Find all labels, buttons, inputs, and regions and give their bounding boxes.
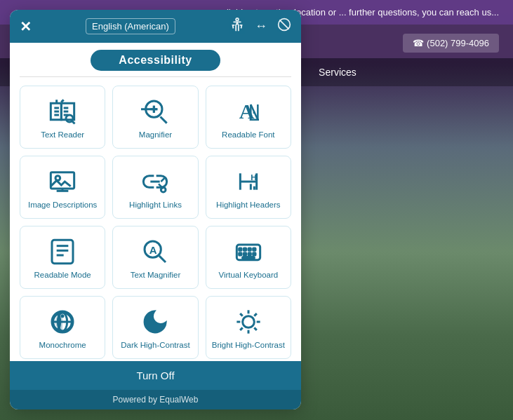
svg-point-0	[236, 18, 239, 21]
magnifier-card[interactable]: Magnifier	[112, 86, 198, 149]
dark-high-contrast-icon	[141, 308, 169, 336]
svg-rect-43	[253, 252, 255, 255]
monochrome-card[interactable]: Monochrome	[20, 296, 105, 359]
phone-button: ☎ (502) 799-4096	[403, 34, 499, 53]
turn-off-button[interactable]: Turn Off	[10, 361, 301, 390]
image-descriptions-card[interactable]: Image Descriptions	[20, 156, 105, 219]
powered-by-label: Powered by EqualWeb	[10, 390, 301, 409]
panel-footer: Turn Off Powered by EqualWeb	[10, 361, 301, 409]
icons-grid: Text Reader Magnifier A Readab	[10, 77, 301, 361]
readable-mode-label: Readable Mode	[34, 270, 91, 280]
panel-title: Accessibility	[91, 50, 220, 71]
highlight-headers-icon: H	[234, 168, 262, 196]
bright-high-contrast-icon	[234, 308, 262, 336]
title-bar: Accessibility	[10, 43, 301, 71]
monochrome-icon	[48, 308, 76, 336]
resize-icon[interactable]: ↔	[255, 19, 267, 34]
readable-mode-icon	[48, 238, 76, 266]
svg-rect-28	[52, 240, 73, 263]
highlight-links-icon	[141, 168, 169, 196]
accessibility-icon[interactable]	[229, 17, 245, 36]
readable-mode-card[interactable]: Readable Mode	[20, 226, 105, 289]
text-reader-label: Text Reader	[41, 130, 84, 140]
svg-point-5	[66, 115, 73, 122]
svg-rect-44	[242, 257, 254, 259]
svg-rect-38	[248, 248, 251, 250]
svg-text:H: H	[251, 172, 256, 182]
dark-high-contrast-card[interactable]: Dark High-Contrast	[112, 296, 198, 359]
svg-rect-40	[239, 252, 241, 255]
readable-font-icon: A	[234, 97, 262, 126]
svg-line-58	[254, 313, 257, 316]
virtual-keyboard-label: Virtual Keyboard	[218, 270, 278, 280]
highlight-links-label: Highlight Links	[129, 200, 182, 210]
highlight-headers-card[interactable]: H Highlight Headers	[206, 156, 291, 219]
svg-rect-37	[244, 248, 246, 250]
text-magnifier-label: Text Magnifier	[131, 270, 181, 280]
highlight-links-card[interactable]: Highlight Links	[112, 156, 198, 219]
virtual-keyboard-card[interactable]: Virtual Keyboard	[206, 226, 291, 289]
magnifier-label: Magnifier	[139, 130, 172, 140]
svg-line-56	[240, 313, 243, 316]
svg-point-51	[242, 316, 254, 327]
svg-text:A: A	[149, 244, 157, 256]
dark-high-contrast-label: Dark High-Contrast	[121, 340, 189, 351]
magnifier-icon	[141, 97, 169, 126]
text-reader-icon	[48, 97, 76, 126]
image-descriptions-label: Image Descriptions	[28, 200, 97, 210]
monochrome-label: Monochrome	[39, 340, 86, 351]
readable-font-label: Readable Font	[222, 130, 274, 140]
svg-line-59	[240, 327, 243, 330]
highlight-headers-label: Highlight Headers	[216, 200, 280, 210]
svg-rect-42	[248, 252, 251, 255]
panel-header: ✕ English (American) ↔	[10, 10, 301, 43]
bright-high-contrast-label: Bright High-Contrast	[212, 340, 285, 351]
text-magnifier-icon: A	[141, 238, 169, 266]
hide-icon[interactable]	[277, 18, 291, 35]
svg-line-33	[159, 255, 166, 262]
accessibility-panel: ✕ English (American) ↔ Accessibility	[10, 10, 301, 409]
readable-font-card[interactable]: A Readable Font	[206, 86, 291, 149]
virtual-keyboard-icon	[234, 238, 262, 266]
nav-services: Services	[319, 67, 357, 78]
text-magnifier-card[interactable]: A Text Magnifier	[112, 226, 198, 289]
close-button[interactable]: ✕	[20, 20, 32, 34]
svg-line-7	[161, 116, 167, 123]
svg-line-57	[254, 327, 257, 330]
text-reader-card[interactable]: Text Reader	[20, 86, 105, 149]
svg-point-21	[161, 187, 166, 192]
image-descriptions-icon	[48, 168, 76, 196]
svg-rect-36	[239, 248, 241, 250]
svg-rect-39	[253, 248, 255, 250]
bright-high-contrast-card[interactable]: Bright High-Contrast	[206, 296, 291, 359]
svg-rect-41	[244, 252, 246, 255]
svg-line-2	[279, 20, 288, 29]
header-icons: ↔	[229, 17, 291, 36]
language-select[interactable]: English (American)	[86, 18, 175, 34]
